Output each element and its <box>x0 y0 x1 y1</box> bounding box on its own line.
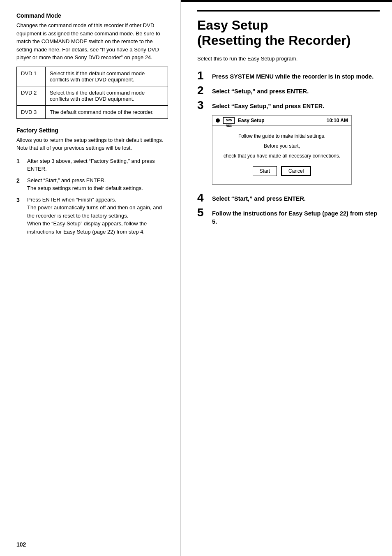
title-line1: Easy Setup <box>197 18 268 32</box>
screen-header-left: DVDREC Easy Setup <box>216 117 265 124</box>
factory-setting-section: Factory Setting Allows you to return the… <box>16 127 168 236</box>
page-number: 102 <box>16 541 26 548</box>
title-line2: (Resetting the Recorder) <box>197 33 350 48</box>
command-mode-body: Changes the command mode of this recorde… <box>16 21 168 62</box>
dvd-desc: Select this if the default command mode … <box>46 67 168 86</box>
step-num: 4 <box>197 192 212 204</box>
right-column: Easy Setup (Resetting the Recorder) Sele… <box>181 0 392 556</box>
step-content: Follow the instructions for Easy Setup (… <box>212 208 380 226</box>
list-item: 3Press ENTER when “Finish” appears.The p… <box>16 196 168 236</box>
right-steps-4-5: 4Select “Start,” and press ENTER.5Follow… <box>197 193 380 226</box>
screen-mockup: DVDREC Easy Setup 10:10 AM Follow the gu… <box>212 115 352 185</box>
factory-heading: Factory Setting <box>16 127 168 134</box>
dvd-label: DVD 1 <box>17 67 46 86</box>
record-dot-icon <box>216 118 220 123</box>
step-content: Select “Start,” and press ENTER. <box>212 193 306 203</box>
list-item: 5Follow the instructions for Easy Setup … <box>197 208 380 226</box>
step-num: 2 <box>16 176 25 185</box>
dvd-table: DVD 1Select this if the default command … <box>16 67 168 119</box>
page-title: Easy Setup (Resetting the Recorder) <box>197 18 380 48</box>
list-item: 1After step 3 above, select “Factory Set… <box>16 157 168 173</box>
step-content: Select “Easy Setup,” and press ENTER. <box>212 100 324 110</box>
step-num: 1 <box>197 70 212 81</box>
table-row: DVD 1Select this if the default command … <box>17 67 168 86</box>
list-item: 4Select “Start,” and press ENTER. <box>197 193 380 204</box>
command-mode-heading: Command Mode <box>16 12 168 19</box>
dvd-icon: DVDREC <box>223 117 235 124</box>
list-item: 2Select “Start,” and press ENTER.The set… <box>16 176 168 192</box>
screen-buttons: Start Cancel <box>221 166 343 176</box>
screen-line2: Before you start, <box>221 142 343 150</box>
dvd-label: DVD 3 <box>17 105 46 118</box>
screen-title: Easy Setup <box>238 118 265 123</box>
screen-line1: Follow the guide to make initial setting… <box>221 132 343 140</box>
dvd-desc: The default command mode of the recorder… <box>46 105 168 118</box>
table-row: DVD 2Select this if the default command … <box>17 86 168 105</box>
command-mode-section: Command Mode Changes the command mode of… <box>16 12 168 119</box>
step-content: Press ENTER when “Finish” appears.The po… <box>27 196 168 236</box>
cancel-button[interactable]: Cancel <box>281 166 311 176</box>
dvd-desc: Select this if the default command mode … <box>46 86 168 105</box>
step-num: 2 <box>197 85 212 96</box>
subtitle: Select this to run the Easy Setup progra… <box>197 55 380 63</box>
screen-body: Follow the guide to make initial setting… <box>212 126 351 184</box>
step-content: After step 3 above, select “Factory Sett… <box>27 157 168 173</box>
step-content: Press SYSTEM MENU while the recorder is … <box>212 71 374 81</box>
step-content: Select “Setup,” and press ENTER. <box>212 86 309 95</box>
screen-time: 10:10 AM <box>327 118 348 123</box>
list-item: 1Press SYSTEM MENU while the recorder is… <box>197 71 380 81</box>
step-num: 3 <box>197 100 212 111</box>
right-steps-list: 1Press SYSTEM MENU while the recorder is… <box>197 71 380 111</box>
step-num: 5 <box>197 207 212 218</box>
step-num: 1 <box>16 157 25 166</box>
screen-line3: check that you have made all necessary c… <box>221 152 343 160</box>
start-button[interactable]: Start <box>253 166 277 176</box>
table-row: DVD 3The default command mode of the rec… <box>17 105 168 118</box>
factory-steps-list: 1After step 3 above, select “Factory Set… <box>16 157 168 236</box>
dvd-label: DVD 2 <box>17 86 46 105</box>
list-item: 2Select “Setup,” and press ENTER. <box>197 86 380 96</box>
list-item: 3Select “Easy Setup,” and press ENTER. <box>197 100 380 111</box>
step-content: Select “Start,” and press ENTER.The setu… <box>27 176 168 192</box>
screen-header: DVDREC Easy Setup 10:10 AM <box>212 116 351 126</box>
left-column: Command Mode Changes the command mode of… <box>0 0 181 556</box>
factory-body: Allows you to return the setup settings … <box>16 136 168 152</box>
step-num: 3 <box>16 196 25 204</box>
